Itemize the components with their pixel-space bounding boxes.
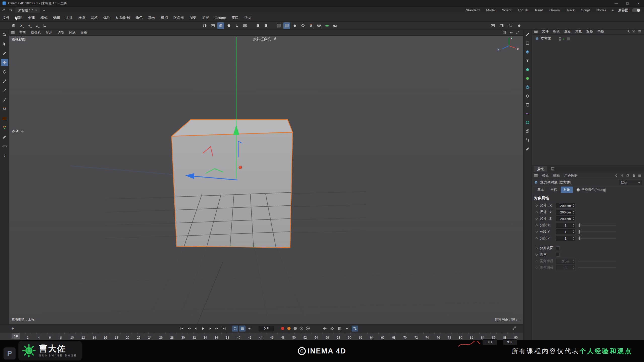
om-burger-icon[interactable]	[534, 30, 538, 33]
ruler-tick-62[interactable]: 62	[358, 336, 363, 339]
vp-grid-icon[interactable]	[502, 31, 506, 34]
autokey-button[interactable]	[287, 327, 291, 330]
viewport-menu-选项[interactable]: 选项	[55, 30, 66, 35]
om-menu-编辑[interactable]: 编辑	[551, 29, 562, 34]
next-frame-button[interactable]	[207, 326, 213, 332]
layout-tab-model[interactable]: Model	[483, 8, 499, 12]
menu-运动图形[interactable]: 运动图形	[113, 16, 133, 20]
preset-dropdown[interactable]: 默认	[619, 180, 642, 185]
coordinate-system-icon[interactable]	[10, 22, 17, 29]
select-tool[interactable]	[1, 40, 8, 48]
range-button[interactable]	[239, 326, 246, 332]
ruler-tick-50[interactable]: 50	[291, 336, 297, 339]
loop-button[interactable]	[232, 326, 238, 332]
timeline-marker-icon[interactable]: ◆	[12, 326, 14, 330]
play-button[interactable]	[200, 326, 206, 332]
tag-pen-icon[interactable]	[524, 146, 531, 152]
menu-选择[interactable]: 选择	[50, 16, 63, 20]
om-filter-icon[interactable]	[632, 29, 636, 33]
menu-角色[interactable]: 角色	[133, 16, 145, 20]
measure-tool[interactable]	[1, 143, 8, 150]
property-slider[interactable]	[578, 223, 616, 227]
cube-object[interactable]	[172, 119, 293, 248]
om-search-icon[interactable]	[626, 29, 630, 33]
property-input[interactable]: 200 cm	[556, 203, 575, 208]
visibility-dots[interactable]	[559, 37, 561, 41]
ruler-tick-74[interactable]: 74	[424, 336, 430, 339]
layout-tab-paint[interactable]: Paint	[532, 8, 546, 12]
object-tag-icon[interactable]	[567, 37, 570, 40]
menu-动画[interactable]: 动画	[145, 16, 158, 20]
zoom-tool[interactable]	[1, 31, 8, 38]
render-view-button[interactable]	[201, 22, 208, 29]
ruler-tick-2[interactable]: 2	[25, 336, 30, 339]
magic-solo-button[interactable]	[225, 22, 232, 29]
ruler-tick-86[interactable]: 86	[491, 336, 497, 339]
ruler-tick-26[interactable]: 26	[158, 336, 164, 339]
am-menu-编辑[interactable]: 编辑	[551, 173, 562, 178]
object-name[interactable]: 立方体	[541, 36, 551, 41]
axis-grid-tool[interactable]	[1, 115, 8, 122]
current-frame-field[interactable]: 0 F	[259, 326, 274, 331]
keyframe-dot[interactable]	[536, 254, 538, 256]
om-menu-文件[interactable]: 文件	[540, 29, 551, 34]
keyframe-dot[interactable]	[536, 247, 538, 249]
layout-tab-script[interactable]: Script	[578, 8, 593, 12]
om-menu-对象[interactable]: 对象	[573, 29, 584, 34]
section-tab-坐标[interactable]: 坐标	[548, 187, 560, 193]
range-end-field-2[interactable]: 90 F	[503, 339, 517, 345]
mode-dropdown[interactable]	[242, 22, 248, 29]
property-input[interactable]: 1	[556, 236, 575, 241]
ruler-tick-20[interactable]: 20	[125, 336, 130, 339]
ruler-tick-66[interactable]: 66	[380, 336, 386, 339]
magnet-tool[interactable]	[1, 105, 8, 113]
property-input[interactable]: 1	[556, 223, 575, 228]
pla-key-icon[interactable]	[344, 326, 350, 332]
am-lock-icon[interactable]	[632, 174, 636, 177]
parameter-key-icon[interactable]	[329, 326, 335, 332]
generator-icon[interactable]	[524, 66, 531, 73]
ruler-tick-40[interactable]: 40	[236, 336, 241, 339]
modeling-settings-button[interactable]	[315, 22, 322, 29]
target-button[interactable]	[299, 22, 306, 29]
ruler-tick-68[interactable]: 68	[391, 336, 397, 339]
ruler-tick-56[interactable]: 56	[325, 336, 330, 339]
ruler-tick-34[interactable]: 34	[203, 336, 208, 339]
keyframe-dot[interactable]	[536, 211, 538, 213]
ruler-tick-24[interactable]: 24	[147, 336, 152, 339]
ruler-tick-52[interactable]: 52	[302, 336, 308, 339]
minimize-button[interactable]: —	[611, 0, 622, 6]
ruler-tick-6[interactable]: 6	[47, 336, 53, 339]
spline-pen-icon[interactable]	[524, 31, 531, 38]
viewport[interactable]: Y X Z 透视视图 默认摄像机 移动 查看变换：工程 网格间距：50 cm	[9, 36, 523, 324]
menu-Octane[interactable]: Octane	[212, 16, 229, 20]
knife-tool[interactable]	[1, 96, 8, 104]
help-tool[interactable]: ?	[1, 152, 8, 159]
material-button[interactable]	[516, 22, 522, 29]
am-search-icon[interactable]	[626, 174, 630, 177]
ruler-tick-18[interactable]: 18	[114, 336, 119, 339]
om-menu-书签[interactable]: 书签	[595, 29, 606, 34]
menu-体积[interactable]: 体积	[101, 16, 113, 20]
om-menu-查看[interactable]: 查看	[562, 29, 573, 34]
vp-camera-icon[interactable]	[509, 31, 513, 34]
ruler-tick-44[interactable]: 44	[258, 336, 263, 339]
ruler-tick-12[interactable]: 12	[80, 336, 86, 339]
viewport-burger-icon[interactable]	[11, 31, 15, 34]
menu-样条[interactable]: 样条	[75, 16, 88, 20]
ruler-tick-46[interactable]: 46	[269, 336, 275, 339]
ruler-tick-70[interactable]: 70	[402, 336, 408, 339]
ruler-tick-48[interactable]: 48	[280, 336, 286, 339]
menu-创建[interactable]: 创建	[25, 16, 38, 20]
property-checkbox[interactable]	[556, 253, 560, 257]
goto-end-button[interactable]	[221, 326, 227, 332]
object-row-立方体[interactable]: 立方体✓	[532, 35, 644, 42]
quantize-button[interactable]	[275, 22, 282, 29]
prev-key-button[interactable]	[186, 326, 192, 332]
environment-icon[interactable]	[524, 119, 531, 126]
ruler-tick-82[interactable]: 82	[469, 336, 474, 339]
viewport-menu-过滤[interactable]: 过滤	[66, 30, 78, 35]
paint-colors-tool[interactable]	[1, 124, 8, 131]
axis-lock-z[interactable]: Z	[33, 22, 40, 29]
menu-工具[interactable]: 工具	[63, 16, 75, 20]
